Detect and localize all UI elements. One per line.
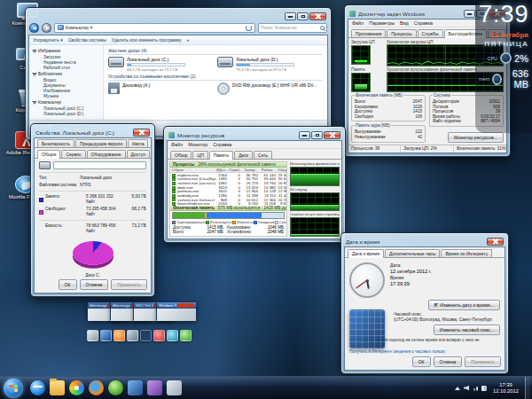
- toolbar-overflow-button[interactable]: »: [186, 37, 189, 43]
- uninstall-program-button[interactable]: Удалить или изменить программу: [112, 37, 182, 43]
- menu-view[interactable]: Вид: [400, 20, 409, 26]
- tab-cpu[interactable]: ЦП: [192, 151, 207, 159]
- taskbar-app-icon[interactable]: [108, 380, 123, 395]
- desktop-shortcut-icon[interactable]: [153, 330, 165, 341]
- close-button[interactable]: [309, 12, 326, 20]
- close-button[interactable]: [487, 238, 504, 246]
- tab-processes[interactable]: Процессы: [387, 29, 416, 37]
- organize-button[interactable]: Упорядочить ▾: [33, 37, 63, 43]
- minimize-button[interactable]: [299, 131, 310, 139]
- timezone-info-link[interactable]: Получить в Интернете сведения о часовых …: [349, 349, 500, 354]
- system-properties-button[interactable]: Свойства системы: [68, 37, 106, 43]
- dvd-item[interactable]: DVD RW дисковод (E:) WHF UR x86 DV...: [217, 82, 323, 95]
- sidebar-item-disk-d[interactable]: Локальный диск (D:): [29, 111, 103, 116]
- maximize-button[interactable]: [311, 131, 323, 139]
- back-button[interactable]: [29, 23, 39, 33]
- tab-previous-versions[interactable]: Предыдущие версии: [75, 139, 127, 147]
- desktop-shortcut-icon[interactable]: [113, 330, 125, 341]
- close-icon[interactable]: [177, 303, 195, 308]
- cancel-button[interactable]: Отмена: [434, 356, 463, 367]
- taskbar-app-icon[interactable]: [167, 380, 182, 395]
- menu-help[interactable]: Справка: [414, 20, 433, 26]
- tab-general[interactable]: Общие: [37, 150, 60, 159]
- sidebar-group-computer[interactable]: Компьютер: [29, 98, 103, 106]
- change-timezone-button[interactable]: Изменить часовой пояс...: [434, 325, 500, 335]
- close-button[interactable]: [133, 129, 150, 137]
- volume-label-input[interactable]: [53, 161, 146, 169]
- tab-memory[interactable]: Память: [209, 151, 233, 160]
- ie-icon[interactable]: [30, 380, 45, 395]
- drive-item-d[interactable]: Локальный диск (D:) 75,3 ГБ свободно из …: [217, 57, 323, 72]
- tab-hardware[interactable]: Оборудование: [87, 150, 126, 158]
- tab-strip-row1: Безопасность Предыдущие версии Квота: [35, 138, 151, 148]
- volume-icon[interactable]: [464, 386, 469, 391]
- search-box[interactable]: [258, 23, 327, 33]
- ok-button[interactable]: ОК: [59, 279, 77, 290]
- explorer-titlebar[interactable]: [28, 11, 328, 21]
- tab-strip-row2: Общие Сервис Оборудование Доступ: [35, 148, 151, 159]
- menu-help[interactable]: Справка: [213, 142, 231, 147]
- desktop-shortcut-icon[interactable]: [180, 330, 192, 341]
- address-bar[interactable]: Компьютер: [54, 23, 255, 33]
- desktop-shortcut-icon[interactable]: [140, 330, 152, 341]
- tab-date-time[interactable]: Дата и время: [348, 249, 384, 258]
- tab-services[interactable]: Службы: [418, 29, 443, 37]
- tab-tools[interactable]: Сервис: [61, 150, 85, 158]
- camera-icon[interactable]: [127, 330, 138, 341]
- cancel-button[interactable]: Отмена: [80, 279, 109, 290]
- tab-applications[interactable]: Приложения: [351, 29, 386, 37]
- datetime-titlebar[interactable]: Дата и время: [344, 236, 505, 246]
- forward-button[interactable]: [42, 23, 51, 33]
- explorer-icon[interactable]: [50, 380, 65, 395]
- tray-expand-icon[interactable]: [455, 387, 460, 390]
- physical-memory-header[interactable]: Физическая память 575 МБ используется 14…: [170, 206, 286, 211]
- tab-security[interactable]: Безопасность: [37, 139, 74, 147]
- action-center-icon[interactable]: [481, 386, 487, 391]
- start-button[interactable]: [4, 379, 23, 398]
- floppy-item[interactable]: Дисковод (A:): [108, 82, 214, 95]
- apply-button[interactable]: Применить: [465, 356, 501, 367]
- sidebar-group-libraries[interactable]: Библиотеки: [29, 70, 103, 77]
- firefox-icon[interactable]: [89, 380, 104, 395]
- menu-monitor[interactable]: Монитор: [188, 142, 207, 147]
- gadget-time: 7:39: [479, 1, 528, 28]
- menu-file[interactable]: Файл: [352, 20, 364, 26]
- disk-properties-titlebar[interactable]: Свойства: Локальный диск (C:): [34, 127, 152, 137]
- ok-button[interactable]: ОК: [412, 356, 431, 367]
- taskbar-app-icon[interactable]: [147, 380, 162, 395]
- capacity-bar: [236, 63, 294, 66]
- analog-clock: [349, 262, 385, 298]
- desktop-shortcut-icon[interactable]: [167, 330, 178, 341]
- tab-disk[interactable]: Диск: [234, 151, 253, 159]
- status-bar: Процессов: 39 Загрузка ЦП: 2% Физическая…: [348, 145, 506, 153]
- refresh-icon[interactable]: [246, 25, 252, 31]
- menu-options[interactable]: Параметры: [369, 20, 395, 26]
- search-input[interactable]: [261, 26, 318, 30]
- calculator-icon[interactable]: [87, 330, 98, 341]
- tab-overview[interactable]: Обзор: [170, 151, 192, 159]
- tab-network[interactable]: Сеть: [254, 151, 272, 159]
- desktop-shortcut-row: [87, 330, 192, 341]
- sidebar-group-favorites[interactable]: Избранное: [29, 47, 103, 54]
- maximize-button[interactable]: [297, 12, 309, 20]
- apply-button[interactable]: Применить: [111, 279, 147, 290]
- mini-window[interactable]: Windows Media...: [156, 301, 197, 321]
- resource-monitor-titlebar[interactable]: Монитор ресурсов: [167, 129, 342, 140]
- change-datetime-button[interactable]: Изменить дату и время...: [428, 300, 500, 310]
- taskbar-app-icon[interactable]: [128, 380, 143, 395]
- resource-monitor-button[interactable]: Монитор ресурсов...: [448, 132, 504, 143]
- show-desktop-button[interactable]: [525, 377, 530, 399]
- network-tray-icon[interactable]: [473, 386, 478, 391]
- tab-quota[interactable]: Квота: [128, 139, 148, 147]
- media-player-icon[interactable]: [69, 380, 84, 395]
- desktop-shortcut-icon[interactable]: [100, 330, 112, 341]
- tab-sharing[interactable]: Доступ: [127, 150, 150, 158]
- tab-internet-time[interactable]: Время по Интернету: [441, 249, 492, 257]
- minimize-button[interactable]: [285, 12, 296, 20]
- drive-item-c[interactable]: Локальный диск (C:) 68,2 ГБ свободно из …: [108, 57, 214, 72]
- taskbar-clock[interactable]: 17:39 12.10.2012: [493, 382, 519, 394]
- close-button[interactable]: [324, 131, 340, 139]
- menu-file[interactable]: Файл: [171, 142, 183, 147]
- tab-additional-clocks[interactable]: Дополнительные часы: [385, 249, 440, 257]
- minimize-button[interactable]: [464, 10, 475, 18]
